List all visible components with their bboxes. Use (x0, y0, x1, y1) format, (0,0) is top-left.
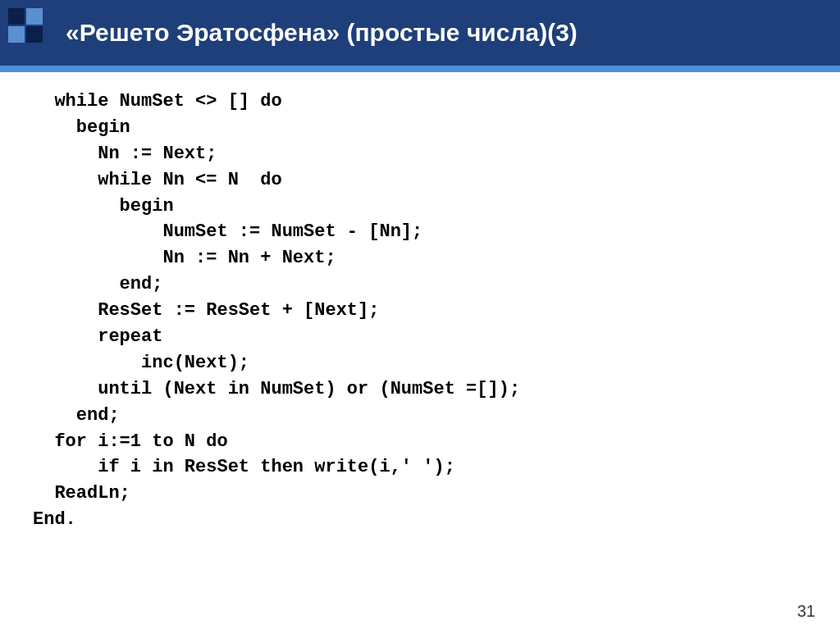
code-content: while NumSet <> [] do begin Nn := Next; … (0, 72, 840, 604)
code-line-1: while NumSet <> [] do (33, 89, 807, 115)
accent-bar (0, 66, 840, 72)
header: «Решето Эратосфена» (простые числа)(3) (0, 0, 840, 66)
slide: «Решето Эратосфена» (простые числа)(3) w… (0, 0, 840, 629)
code-block: while NumSet <> [] do begin Nn := Next; … (33, 89, 807, 533)
code-line-10: repeat (33, 324, 807, 350)
code-line-14: for i:=1 to N do (33, 429, 807, 455)
code-line-8: end; (33, 271, 807, 298)
code-line-3: Nn := Next; (33, 141, 807, 167)
code-line-9: ResSet := ResSet + [Next]; (33, 298, 807, 324)
page-title: «Решето Эратосфена» (простые числа)(3) (66, 19, 578, 47)
code-line-5: begin (33, 194, 807, 220)
code-line-16: ReadLn; (33, 481, 807, 507)
code-line-4: while Nn <= N do (33, 167, 807, 194)
code-line-11: inc(Next); (33, 350, 807, 376)
code-line-6: NumSet := NumSet - [Nn]; (33, 219, 807, 245)
code-line-2: begin (33, 115, 807, 141)
slide-number: 31 (797, 602, 815, 621)
code-line-13: end; (33, 403, 807, 429)
code-line-17: End. (33, 507, 807, 533)
deco-square-4 (26, 26, 43, 43)
deco-square-1 (8, 8, 25, 25)
deco-square-3 (8, 26, 25, 43)
code-line-12: until (Next in NumSet) or (NumSet =[]); (33, 376, 807, 403)
deco-square-2 (26, 8, 43, 25)
code-line-15: if i in ResSet then write(i,' '); (33, 454, 807, 481)
code-line-7: Nn := Nn + Next; (33, 245, 807, 271)
